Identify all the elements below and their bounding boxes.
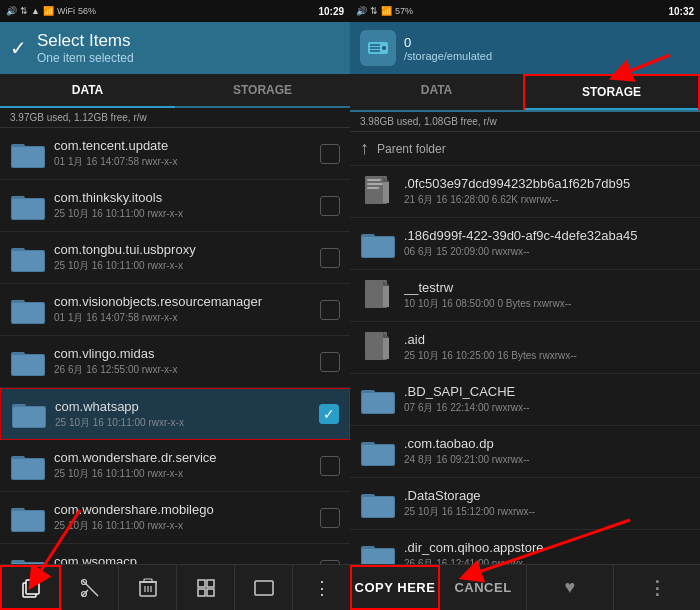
list-item[interactable]: com.wondershare.mobilego 25 10月 16 10:11… xyxy=(0,492,350,544)
file-checkbox[interactable] xyxy=(320,508,340,528)
list-item[interactable]: __testrw 10 10月 16 08:50:00 0 Bytes rxwr… xyxy=(350,270,700,322)
file-info: .186d999f-422-39d0-af9c-4defe32aba45 06 … xyxy=(404,228,690,259)
file-meta: 26 6月 16 12:55:00 rwxr-x-x xyxy=(54,363,320,377)
folder-icon xyxy=(10,136,46,172)
folder-icon xyxy=(10,552,46,565)
grid-button[interactable] xyxy=(177,565,235,610)
list-item[interactable]: .DataStorage 25 10月 16 15:12:00 rwxrwx-- xyxy=(350,478,700,530)
right-status-bar: 🔊 ⇅ 📶 57% 10:32 xyxy=(350,0,700,22)
tab-storage-right[interactable]: STORAGE xyxy=(523,74,700,110)
file-checkbox[interactable] xyxy=(320,560,340,565)
right-time: 10:32 xyxy=(668,6,694,17)
left-time: 10:29 xyxy=(318,6,344,17)
list-item[interactable]: .dir_com.qihoo.appstore 26 6月 16 12:41:0… xyxy=(350,530,700,564)
file-info: com.thinksky.itools 25 10月 16 10:11:00 r… xyxy=(54,190,320,221)
folder-icon-r xyxy=(360,382,396,418)
file-checkbox[interactable] xyxy=(320,352,340,372)
svg-rect-41 xyxy=(198,589,205,596)
copy-here-button[interactable]: COPY HERE xyxy=(350,565,440,610)
file-checkbox[interactable] xyxy=(320,456,340,476)
file-name: .0fc503e97dcd994232bb6a1f62b7db95 xyxy=(404,176,690,191)
left-file-list: com.tencent.update 01 1月 16 14:07:58 rwx… xyxy=(0,128,350,564)
file-name: .aid xyxy=(404,332,690,347)
svg-rect-67 xyxy=(362,393,394,413)
file-info: __testrw 10 10月 16 08:50:00 0 Bytes rxwr… xyxy=(404,280,690,311)
usb-icon-r: ⇅ xyxy=(370,6,378,16)
left-header-text: Select Items One item selected xyxy=(37,31,134,65)
window-button[interactable] xyxy=(235,565,293,610)
copy-button-left[interactable] xyxy=(0,565,61,610)
file-info: com.wondershare.dr.service 25 10月 16 10:… xyxy=(54,450,320,481)
list-item-selected[interactable]: com.whatsapp 25 10月 16 10:11:00 rwxr-x-x… xyxy=(0,388,350,440)
list-item[interactable]: com.visionobjects.resourcemanager 01 1月 … xyxy=(0,284,350,336)
svg-rect-20 xyxy=(12,459,44,479)
more-button-left[interactable]: ⋮ xyxy=(293,565,350,610)
file-info: com.wondershare.mobilego 25 10月 16 10:11… xyxy=(54,502,320,533)
folder-icon xyxy=(10,448,46,484)
delete-button[interactable] xyxy=(119,565,177,610)
file-checkbox[interactable] xyxy=(320,300,340,320)
file-name: __testrw xyxy=(404,280,690,295)
svg-rect-43 xyxy=(255,581,273,595)
list-item[interactable]: com.vlingo.midas 26 6月 16 12:55:00 rwxr-… xyxy=(0,336,350,388)
file-checkbox[interactable] xyxy=(320,248,340,268)
wifi-icon-r: 🔊 xyxy=(356,6,367,16)
svg-rect-26 xyxy=(12,563,44,565)
back-check-icon[interactable]: ✓ xyxy=(10,36,27,60)
folder-icon xyxy=(11,396,47,432)
file-meta: 25 10月 16 15:12:00 rwxrwx-- xyxy=(404,505,690,519)
svg-rect-11 xyxy=(12,303,44,323)
favorite-button[interactable]: ♥ xyxy=(527,565,614,610)
file-name: com.thinksky.itools xyxy=(54,190,320,205)
list-item[interactable]: com.tencent.update 01 1月 16 14:07:58 rwx… xyxy=(0,128,350,180)
file-name: com.wsomacp xyxy=(54,554,320,564)
file-name: .dir_com.qihoo.appstore xyxy=(404,540,690,555)
file-info: com.tencent.update 01 1月 16 14:07:58 rwx… xyxy=(54,138,320,169)
file-doc-icon xyxy=(360,330,396,366)
cut-button[interactable] xyxy=(61,565,119,610)
list-item[interactable]: com.thinksky.itools 25 10月 16 10:11:00 r… xyxy=(0,180,350,232)
more-button-right[interactable]: ⋮ xyxy=(614,565,700,610)
tab-data-right[interactable]: DATA xyxy=(350,74,523,110)
right-status-icons: 🔊 ⇅ 📶 57% xyxy=(356,6,413,16)
svg-rect-39 xyxy=(198,580,205,587)
list-item[interactable]: .0fc503e97dcd994232bb6a1f62b7db95 21 6月 … xyxy=(350,166,700,218)
file-checkbox[interactable] xyxy=(320,144,340,164)
list-item[interactable]: .BD_SAPI_CACHE 07 6月 16 22:14:00 rwxrwx-… xyxy=(350,374,700,426)
right-action-bar: COPY HERE CANCEL ♥ ⋮ xyxy=(350,564,700,610)
file-checkbox-checked[interactable]: ✓ xyxy=(319,404,339,424)
file-checkbox[interactable] xyxy=(320,196,340,216)
file-info: .com.taobao.dp 24 8月 16 09:21:00 rwxrwx-… xyxy=(404,436,690,467)
svg-rect-23 xyxy=(12,511,44,531)
folder-icon-r xyxy=(360,226,396,262)
file-name: com.whatsapp xyxy=(55,399,319,414)
file-name: com.tencent.update xyxy=(54,138,320,153)
file-name: .DataStorage xyxy=(404,488,690,503)
svg-rect-28 xyxy=(26,580,39,594)
wifi2-icon: WiFi xyxy=(57,6,75,16)
list-item[interactable]: .186d999f-422-39d0-af9c-4defe32aba45 06 … xyxy=(350,218,700,270)
file-name: .BD_SAPI_CACHE xyxy=(404,384,690,399)
file-meta: 25 10月 16 10:11:00 rwxr-x-x xyxy=(55,416,319,430)
tab-storage-left[interactable]: STORAGE xyxy=(175,74,350,106)
parent-folder-item[interactable]: ↑ Parent folder xyxy=(350,132,700,166)
file-info: .aid 25 10月 16 10:25:00 16 Bytes rwxrwx-… xyxy=(404,332,690,363)
left-panel: 🔊 ⇅ ▲ 📶 WiFi 56% 10:29 ✓ Select Items On… xyxy=(0,0,350,610)
svg-rect-40 xyxy=(207,580,214,587)
parent-folder-label: Parent folder xyxy=(377,142,446,156)
signal-icon: 📶 xyxy=(43,6,54,16)
file-name: .186d999f-422-39d0-af9c-4defe32aba45 xyxy=(404,228,690,243)
list-item[interactable]: .com.taobao.dp 24 8月 16 09:21:00 rwxrwx-… xyxy=(350,426,700,478)
file-doc-icon xyxy=(360,174,396,210)
list-item[interactable]: com.wondershare.dr.service 25 10月 16 10:… xyxy=(0,440,350,492)
list-item[interactable]: com.tongbu.tui.usbproxy 25 10月 16 10:11:… xyxy=(0,232,350,284)
file-name: .com.taobao.dp xyxy=(404,436,690,451)
file-meta: 25 10月 16 10:25:00 16 Bytes rwxrwx-- xyxy=(404,349,690,363)
folder-icon xyxy=(10,292,46,328)
list-item[interactable]: com.wsomacp 01 1月 16 14:07:58 rwxr-x-x xyxy=(0,544,350,564)
left-tab-bar: DATA STORAGE xyxy=(0,74,350,108)
tab-data-left[interactable]: DATA xyxy=(0,74,175,106)
list-item[interactable]: .aid 25 10月 16 10:25:00 16 Bytes rwxrwx-… xyxy=(350,322,700,374)
svg-rect-35 xyxy=(144,579,152,582)
cancel-button[interactable]: CANCEL xyxy=(440,565,527,610)
